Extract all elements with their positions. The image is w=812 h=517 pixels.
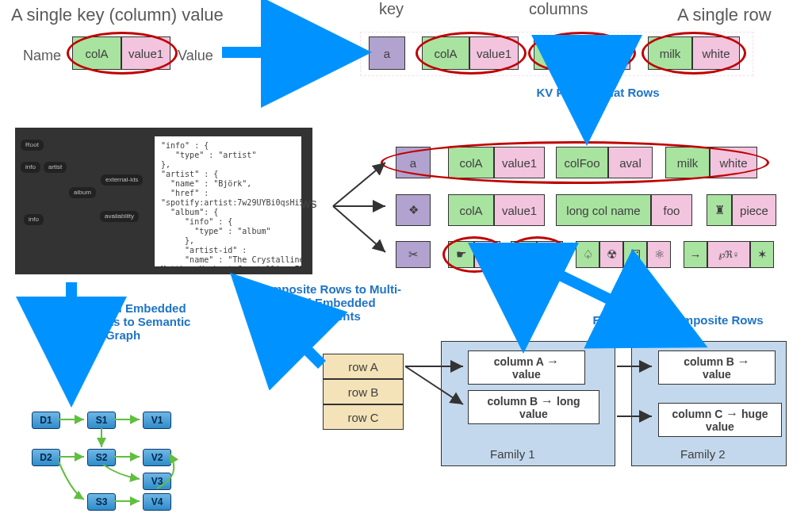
arrows-layer [0, 0, 812, 517]
svg-line-4 [333, 206, 385, 252]
svg-line-6 [555, 273, 698, 343]
svg-line-2 [333, 163, 385, 206]
svg-line-7 [238, 281, 322, 365]
svg-line-10 [405, 366, 463, 404]
